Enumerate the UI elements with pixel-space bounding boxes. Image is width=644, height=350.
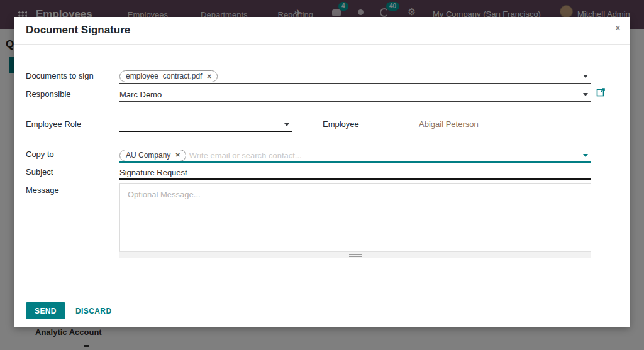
document-tag-remove-icon[interactable]: ✕	[206, 73, 211, 80]
textarea-resize-handle[interactable]	[119, 251, 591, 258]
chevron-down-icon[interactable]	[284, 123, 289, 126]
subject-field[interactable]	[119, 166, 591, 180]
chevron-down-icon[interactable]	[583, 93, 588, 96]
dialog-title: Document Signature	[26, 24, 130, 36]
responsible-input[interactable]	[119, 89, 578, 101]
document-tag: employee_contract.pdf ✕	[119, 70, 218, 82]
documents-to-sign-label: Documents to sign	[26, 71, 94, 80]
copy-to-tag-remove-icon[interactable]: ✕	[175, 151, 180, 158]
responsible-label: Responsible	[26, 89, 71, 99]
chevron-down-icon[interactable]	[583, 75, 588, 78]
close-icon[interactable]: ×	[615, 23, 621, 33]
documents-to-sign-field[interactable]: employee_contract.pdf ✕	[119, 70, 591, 84]
employee-label: Employee	[323, 119, 359, 129]
footer-divider	[14, 287, 630, 287]
copy-to-input[interactable]	[189, 149, 578, 161]
message-label: Message	[26, 185, 59, 195]
document-tag-label: employee_contract.pdf	[126, 72, 202, 80]
subject-input[interactable]	[119, 166, 591, 178]
employee-role-field[interactable]	[119, 118, 292, 132]
copy-to-tag: AU Company ✕	[119, 150, 186, 161]
document-signature-dialog: Document Signature × Documents to sign e…	[14, 17, 630, 327]
employee-role-input[interactable]	[119, 118, 279, 131]
external-link-icon[interactable]	[596, 87, 606, 99]
employee-role-label: Employee Role	[26, 119, 81, 129]
subject-label: Subject	[26, 167, 53, 177]
grip-icon	[349, 253, 362, 257]
send-button[interactable]: SEND	[26, 302, 65, 319]
header-divider	[14, 44, 630, 45]
discard-button[interactable]: DISCARD	[69, 302, 118, 319]
message-textarea[interactable]	[119, 183, 591, 251]
chevron-down-icon[interactable]	[583, 154, 588, 157]
copy-to-label: Copy to	[26, 150, 54, 159]
copy-to-tag-label: AU Company	[126, 151, 170, 160]
employee-value-link[interactable]: Abigail Peterson	[419, 119, 479, 129]
responsible-field[interactable]	[119, 88, 591, 102]
copy-to-field[interactable]: AU Company ✕	[119, 149, 591, 163]
